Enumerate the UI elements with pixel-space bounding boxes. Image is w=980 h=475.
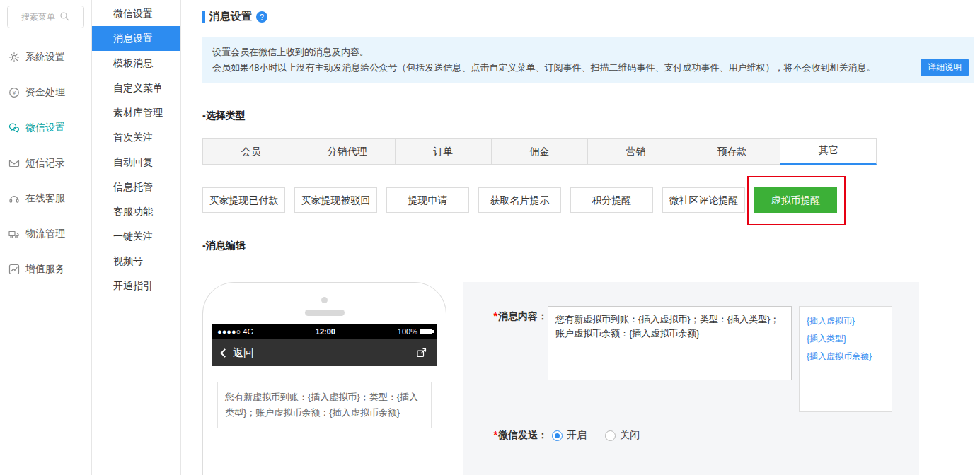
phone-screen: ●●●●○ 4G 12:00 100% 返回	[212, 324, 437, 444]
submenu-item-video-account[interactable]: 视频号	[92, 249, 180, 274]
tab-commission[interactable]: 佣金	[491, 138, 588, 165]
phone-message-preview: 您有新虚拟币到账：{插入虚拟币}；类型：{插入类型}；账户虚拟币余额：{插入虚拟…	[217, 382, 432, 428]
radio-option-on[interactable]: 开启	[552, 429, 587, 442]
type-button-virtual-coin-reminder[interactable]: 虚拟币提醒	[754, 187, 837, 213]
submenu-item-one-click-follow[interactable]: 一键关注	[92, 224, 180, 249]
title-accent-bar	[202, 11, 205, 23]
phone-speaker	[305, 310, 345, 316]
sidebar-item-system-settings[interactable]: 系统设置	[0, 40, 91, 75]
tab-member[interactable]: 会员	[202, 138, 299, 165]
submenu-item-custom-menu[interactable]: 自定义菜单	[92, 76, 180, 100]
insert-balance-link[interactable]: {插入虚拟币余额}	[807, 348, 884, 365]
chart-icon	[8, 264, 20, 275]
back-button[interactable]: 返回	[221, 346, 254, 360]
phone-body: 您有新虚拟币到账：{插入虚拟币}；类型：{插入类型}；账户虚拟币余额：{插入虚拟…	[212, 366, 437, 444]
tab-marketing[interactable]: 营销	[587, 138, 684, 165]
submenu-item-wechat-settings[interactable]: 微信设置	[92, 1, 180, 26]
tab-order[interactable]: 订单	[395, 138, 492, 165]
insert-type-link[interactable]: {插入类型}	[807, 330, 884, 348]
message-type-buttons: 买家提现已付款 买家提现被驳回 提现申请 获取名片提示 积分提醒 微社区评论提醒…	[202, 187, 974, 213]
phone-nav-bar: 返回	[212, 339, 437, 366]
submenu-item-customer-service[interactable]: 客服功能	[92, 199, 180, 224]
message-form-panel: *消息内容： 您有新虚拟币到账：{插入虚拟币}；类型：{插入类型}；账户虚拟币余…	[463, 282, 919, 475]
sidebar-item-funds-processing[interactable]: ¥ 资金处理	[0, 75, 91, 110]
battery-percent: 100%	[398, 327, 417, 336]
share-icon[interactable]	[416, 347, 427, 358]
type-button-community-comment-reminder[interactable]: 微社区评论提醒	[662, 187, 745, 213]
main-content: 消息设置 ? 设置会员在微信上收到的消息及内容。 会员如果48小时以上没有主动发…	[181, 0, 980, 475]
notice-box: 设置会员在微信上收到的消息及内容。 会员如果48小时以上没有主动发消息给公众号（…	[202, 37, 974, 83]
sidebar-item-label: 物流管理	[25, 228, 65, 240]
sidebar-item-label: 微信设置	[25, 122, 65, 134]
submenu-item-info-hosting[interactable]: 信息托管	[92, 175, 180, 199]
page-title: 消息设置	[209, 10, 252, 23]
sidebar-item-online-service[interactable]: 在线客服	[0, 181, 91, 216]
wechat-send-options: 开启 关闭	[548, 429, 640, 442]
submenu-item-activation-guide[interactable]: 开通指引	[92, 274, 180, 298]
page-title-row: 消息设置 ?	[202, 10, 974, 23]
sidebar-item-label: 在线客服	[25, 192, 65, 205]
tab-distribution-agent[interactable]: 分销代理	[299, 138, 396, 165]
submenu-item-first-follow[interactable]: 首次关注	[92, 125, 180, 150]
sidebar-item-logistics[interactable]: 物流管理	[0, 216, 91, 252]
submenu-item-auto-reply[interactable]: 自动回复	[92, 150, 180, 175]
wechat-send-row: *微信发送： 开启 关闭	[480, 429, 905, 442]
type-button-withdraw-apply[interactable]: 提现申请	[386, 187, 469, 213]
back-label: 返回	[233, 346, 254, 360]
coin-icon: ¥	[8, 87, 20, 98]
radio-option-off[interactable]: 关闭	[605, 429, 640, 442]
message-type-tabs: 会员 分销代理 订单 佣金 营销 预存款 其它	[202, 138, 974, 165]
truck-icon	[8, 228, 20, 240]
wechat-send-label: *微信发送：	[480, 429, 548, 442]
type-button-points-reminder[interactable]: 积分提醒	[570, 187, 653, 213]
radio-off-icon	[605, 430, 616, 441]
type-button-business-card-tip[interactable]: 获取名片提示	[478, 187, 561, 213]
gear-icon	[8, 52, 20, 63]
phone-preview: ●●●●○ 4G 12:00 100% 返回	[202, 282, 446, 475]
message-content-label: *消息内容：	[480, 306, 548, 323]
menu-search-input[interactable]: 搜索菜单	[7, 6, 84, 28]
search-placeholder: 搜索菜单	[21, 11, 55, 23]
sidebar-item-sms-records[interactable]: 短信记录	[0, 146, 91, 181]
help-icon[interactable]: ?	[256, 11, 267, 23]
insert-virtual-coin-link[interactable]: {插入虚拟币}	[807, 312, 884, 330]
message-content-row: *消息内容： 您有新虚拟币到账：{插入虚拟币}；类型：{插入类型}；账户虚拟币余…	[480, 306, 905, 412]
battery-icon	[420, 329, 432, 334]
sidebar-item-wechat-settings[interactable]: 微信设置	[0, 110, 91, 146]
type-button-withdraw-rejected[interactable]: 买家提现被驳回	[294, 187, 377, 213]
message-edit-heading: -消息编辑	[202, 240, 974, 252]
primary-nav: 系统设置 ¥ 资金处理 微信设置 短信记录	[0, 40, 91, 287]
sidebar-item-label: 短信记录	[25, 157, 65, 170]
envelope-icon	[8, 158, 20, 169]
search-icon	[59, 11, 70, 24]
sidebar-item-label: 系统设置	[25, 51, 65, 64]
submenu-item-message-settings[interactable]: 消息设置	[92, 26, 180, 51]
wechat-settings-submenu: 微信设置 消息设置 模板消息 自定义菜单 素材库管理 首次关注 自动回复 信息托…	[92, 0, 181, 475]
detail-explanation-button[interactable]: 详细说明	[921, 59, 969, 76]
chevron-left-icon	[220, 348, 229, 358]
headset-icon	[8, 193, 20, 204]
required-mark: *	[494, 429, 497, 440]
tab-other[interactable]: 其它	[780, 138, 877, 165]
primary-sidebar: 搜索菜单 系统设置 ¥ 资金处理 微信设置	[0, 0, 92, 475]
sidebar-item-label: 资金处理	[25, 86, 65, 99]
insert-variables-box: {插入虚拟币} {插入类型} {插入虚拟币余额}	[799, 306, 892, 412]
phone-camera-dot	[321, 297, 328, 303]
tab-prepaid-deposit[interactable]: 预存款	[684, 138, 780, 165]
wechat-icon	[8, 122, 20, 134]
sidebar-item-label: 增值服务	[25, 263, 65, 276]
virtual-coin-button-wrap: 虚拟币提醒	[754, 187, 837, 213]
sidebar-item-value-added-services[interactable]: 增值服务	[0, 252, 91, 287]
app-root: 搜索菜单 系统设置 ¥ 资金处理 微信设置	[0, 0, 980, 475]
submenu-item-template-messages[interactable]: 模板消息	[92, 51, 180, 76]
message-editor: ●●●●○ 4G 12:00 100% 返回	[202, 282, 974, 475]
submenu-item-material-library[interactable]: 素材库管理	[92, 100, 180, 125]
status-time: 12:00	[316, 327, 335, 336]
type-button-withdraw-paid[interactable]: 买家提现已付款	[202, 187, 285, 213]
notice-line-1: 设置会员在微信上收到的消息及内容。	[212, 45, 964, 60]
radio-on-icon	[552, 430, 563, 441]
svg-text:¥: ¥	[12, 90, 16, 96]
message-content-input[interactable]: 您有新虚拟币到账：{插入虚拟币}；类型：{插入类型}；账户虚拟币余额：{插入虚拟…	[548, 306, 792, 380]
select-type-heading: -选择类型	[202, 110, 974, 122]
phone-status-bar: ●●●●○ 4G 12:00 100%	[212, 324, 437, 339]
